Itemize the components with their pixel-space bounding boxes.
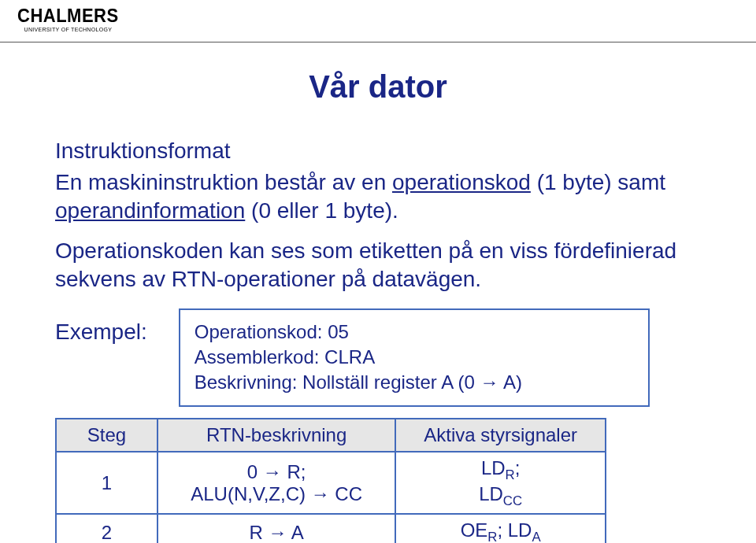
table-header-row: Steg RTN-beskrivning Aktiva styrsignaler (56, 419, 606, 452)
th-steg: Steg (56, 419, 158, 452)
chalmers-logo: CHALMERS UNIVERSITY OF TECHNOLOGY (17, 8, 119, 32)
cell-rtn-1: 0 → R; ALU(N,V,Z,C) → CC (158, 452, 395, 515)
header-divider (0, 42, 756, 42)
table-row: 2 R → A OER; LDA (56, 514, 606, 543)
slide: CHALMERS UNIVERSITY OF TECHNOLOGY Vår da… (0, 0, 756, 543)
opcode-line-3: Beskrivning: Nollställ register A (0 → A… (195, 370, 636, 395)
logo-sub-text: UNIVERSITY OF TECHNOLOGY (17, 27, 119, 32)
sig2-oer-sub: R (487, 530, 497, 543)
cell-sig-1: LDR; LDCC (395, 452, 606, 515)
slide-title: Vår dator (0, 69, 756, 105)
sub-heading: Instruktionsformat (55, 139, 701, 164)
p1-text-b: (1 byte) samt (531, 170, 665, 194)
slide-body: Instruktionsformat En maskininstruktion … (55, 139, 701, 543)
rtn1-line-b: ALU(N,V,Z,C) → CC (191, 483, 362, 504)
rtn1-line-a: 0 → R; (247, 461, 306, 482)
opcode-line-1: Operationskod: 05 (195, 320, 636, 345)
sig2-oer: OE (461, 519, 488, 541)
th-rtn: RTN-beskrivning (158, 419, 395, 452)
sig1-semi: ; (515, 457, 521, 478)
cell-step-2: 2 (56, 514, 158, 543)
p1-text-d: (0 eller 1 byte). (245, 198, 398, 223)
example-row: Exempel: Operationskod: 05 Assemblerkod:… (55, 308, 701, 407)
paragraph-2: Operationskoden kan ses som etiketten på… (55, 237, 701, 294)
opcode-line-2: Assemblerkod: CLRA (195, 345, 636, 370)
p1-text-a: En maskininstruktion består av en (55, 170, 392, 194)
sig2-mid: ; LD (497, 519, 532, 541)
cell-rtn-2: R → A (158, 514, 395, 543)
cell-sig-2: OER; LDA (395, 514, 606, 543)
sig1-ldr: LD (481, 457, 506, 478)
paragraph-1: En maskininstruktion består av en operat… (55, 168, 701, 226)
th-signaler: Aktiva styrsignaler (395, 419, 606, 452)
sig2-lda-sub: A (532, 530, 540, 543)
rtn-table: Steg RTN-beskrivning Aktiva styrsignaler… (55, 418, 606, 543)
opcode-box: Operationskod: 05 Assemblerkod: CLRA Bes… (179, 308, 650, 407)
p1-operationskod: operationskod (392, 170, 531, 194)
table-row: 1 0 → R; ALU(N,V,Z,C) → CC LDR; LDCC (56, 452, 606, 515)
logo-main-text: CHALMERS (17, 7, 119, 25)
sig1-ldcc-sub: CC (503, 493, 522, 508)
p1-operandinformation: operandinformation (55, 198, 245, 223)
sig1-ldcc: LD (479, 483, 503, 504)
example-label: Exempel: (55, 308, 147, 345)
cell-step-1: 1 (56, 452, 158, 515)
sig1-ldr-sub: R (506, 467, 515, 482)
